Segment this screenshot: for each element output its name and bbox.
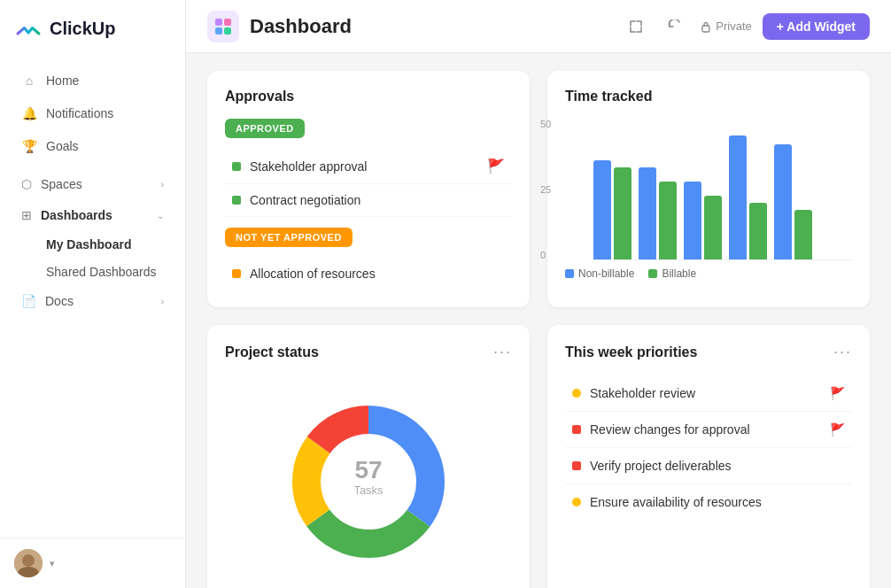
spaces-icon: ⬡ <box>21 177 32 191</box>
priority-item-2[interactable]: Verify project deliverables <box>565 448 852 484</box>
add-widget-button[interactable]: + Add Widget <box>763 13 870 40</box>
spaces-chevron-icon: › <box>161 180 164 190</box>
bell-icon: 🔔 <box>21 105 37 121</box>
bar-blue-5 <box>774 144 792 259</box>
sidebar-section-spaces[interactable]: ⬡ Spaces › <box>7 169 178 199</box>
bar-green-5 <box>794 210 812 259</box>
priority-dot-yellow <box>572 389 581 398</box>
priority-dot-red <box>572 461 581 470</box>
lock-icon <box>700 20 712 33</box>
svg-rect-7 <box>702 26 709 32</box>
approval-left: Contract negotiation <box>232 193 360 207</box>
priority-left: Ensure availability of resources <box>572 495 762 509</box>
expand-button[interactable] <box>622 12 650 41</box>
private-label: Private <box>716 19 751 33</box>
priorities-header: This week priorities ··· <box>565 343 852 361</box>
project-status-menu-button[interactable]: ··· <box>493 343 512 361</box>
svg-rect-5 <box>215 27 222 35</box>
status-dot-orange <box>232 269 241 278</box>
priority-dot-yellow <box>572 498 581 507</box>
status-dot-green <box>232 162 241 171</box>
header: Dashboard Private + Add Widget <box>186 0 891 53</box>
bar-group-3 <box>684 182 722 259</box>
bar-green-2 <box>659 182 677 259</box>
refresh-button[interactable] <box>661 12 689 41</box>
docs-chevron-icon: › <box>161 297 164 306</box>
sidebar-item-my-dashboard[interactable]: My Dashboard <box>7 231 178 258</box>
logo: ClickUp <box>0 0 185 57</box>
logo-text: ClickUp <box>50 19 115 39</box>
status-dot-green <box>232 196 241 205</box>
priorities-card: This week priorities ··· Stakeholder rev… <box>547 325 870 588</box>
approved-badge: APPROVED <box>225 119 305 138</box>
priority-item-0[interactable]: Stakeholder review 🚩 <box>565 375 852 412</box>
not-approved-badge: NOT YET APPROVED <box>225 228 353 247</box>
docs-icon: 📄 <box>21 294 36 308</box>
sidebar-item-notifications[interactable]: 🔔 Notifications <box>7 97 178 129</box>
trophy-icon: 🏆 <box>21 138 37 154</box>
svg-rect-3 <box>215 19 222 26</box>
project-status-card: Project status ··· 57 Tasks <box>207 325 530 588</box>
bar-group-5 <box>774 144 812 259</box>
priority-left: Stakeholder review <box>572 386 695 400</box>
legend-dot-green <box>648 269 657 278</box>
dashboard-grid: Approvals APPROVED Stakeholder approval … <box>186 53 891 588</box>
priority-label-3: Ensure availability of resources <box>590 495 762 509</box>
priority-item-3[interactable]: Ensure availability of resources <box>565 484 852 520</box>
approval-stakeholder-label: Stakeholder approval <box>250 159 367 174</box>
sidebar-section-dashboards-label: Dashboards <box>41 208 112 222</box>
sidebar-item-home-label: Home <box>46 74 79 88</box>
sidebar-item-goals[interactable]: 🏆 Goals <box>7 130 178 162</box>
time-tracked-card: Time tracked 50 25 0 <box>547 71 870 307</box>
refresh-icon <box>668 19 682 34</box>
time-tracked-title: Time tracked <box>565 89 852 104</box>
main-content: Dashboard Private + Add Widget Approvals… <box>186 0 891 588</box>
priority-left: Verify project deliverables <box>572 459 732 473</box>
clickup-logo-icon <box>14 14 43 43</box>
bar-blue-4 <box>729 135 747 259</box>
dashboards-icon: ⊞ <box>21 208 32 222</box>
avatar-image <box>14 549 43 577</box>
bar-group-2 <box>639 167 677 259</box>
bar-blue-1 <box>593 160 611 259</box>
chevron-down-icon: ▾ <box>50 558 55 569</box>
user-avatar-area[interactable]: ▾ <box>0 538 185 588</box>
project-status-title: Project status <box>225 344 319 360</box>
approval-contract-label: Contract negotiation <box>250 193 360 207</box>
y-label-50: 50 <box>540 119 551 129</box>
approval-item-allocation[interactable]: Allocation of resources <box>225 258 512 290</box>
priority-label-1: Review changes for approval <box>590 422 750 437</box>
sidebar-item-goals-label: Goals <box>46 139 79 153</box>
header-right: Private + Add Widget <box>622 12 870 41</box>
page-title: Dashboard <box>250 15 352 38</box>
grid-icon <box>213 17 233 36</box>
project-status-header: Project status ··· <box>225 343 512 361</box>
legend-dot-blue <box>565 269 574 278</box>
bar-group-4 <box>729 135 767 259</box>
legend-non-billable-label: Non-billable <box>578 267 634 280</box>
svg-rect-4 <box>224 19 231 26</box>
sidebar-item-home[interactable]: ⌂ Home <box>7 65 178 97</box>
sidebar-section-docs-label: Docs <box>45 294 74 308</box>
sidebar-section-spaces-label: Spaces <box>41 177 82 191</box>
sidebar-section-dashboards[interactable]: ⊞ Dashboards ⌄ <box>7 200 178 230</box>
priority-item-1[interactable]: Review changes for approval 🚩 <box>565 412 852 448</box>
bar-blue-3 <box>684 182 701 259</box>
sidebar-nav: ⌂ Home 🔔 Notifications 🏆 Goals ⬡ Spaces … <box>0 57 185 538</box>
priorities-menu-button[interactable]: ··· <box>833 343 852 361</box>
flag-icon: 🚩 <box>487 158 505 174</box>
sidebar-section-docs[interactable]: 📄 Docs › <box>7 286 178 316</box>
svg-rect-6 <box>224 27 231 35</box>
donut-chart-container: 57 Tasks <box>225 375 512 588</box>
approval-allocation-label: Allocation of resources <box>250 267 376 281</box>
approval-item-stakeholder[interactable]: Stakeholder approval 🚩 <box>225 149 512 184</box>
avatar <box>14 549 43 577</box>
approvals-title: Approvals <box>225 89 512 104</box>
y-label-25: 25 <box>540 184 551 195</box>
priority-left: Review changes for approval <box>572 422 750 437</box>
bar-green-3 <box>704 196 722 259</box>
sidebar-item-shared-dashboards[interactable]: Shared Dashboards <box>7 259 178 285</box>
approval-item-contract[interactable]: Contract negotiation <box>225 184 512 217</box>
bar-chart-wrapper: 50 25 0 <box>565 119 852 260</box>
legend-billable-label: Billable <box>662 267 696 280</box>
